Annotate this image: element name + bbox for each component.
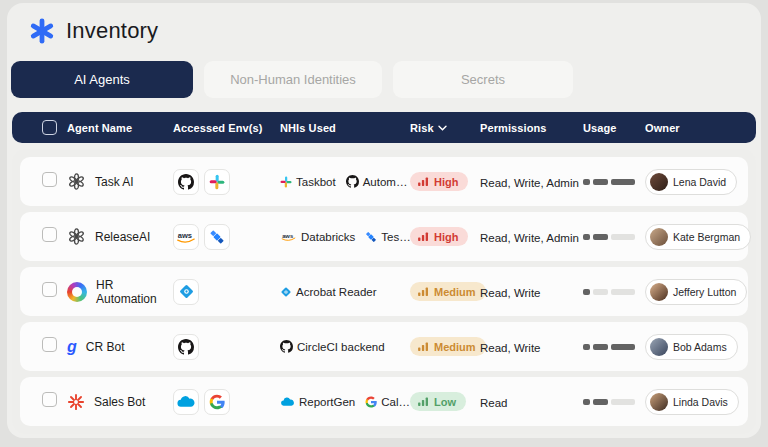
nhi-item: Autom… [346, 175, 408, 188]
usage-bar [593, 289, 608, 295]
nhi-item: Cal… [365, 396, 410, 408]
risk-bars-icon [418, 177, 429, 186]
salesforce-icon [280, 397, 295, 407]
nhis-used: awsDatabricksTes… [280, 231, 410, 243]
nhi-label: ReportGen [299, 396, 355, 408]
risk-bars-icon [418, 287, 429, 296]
blue-diamond-icon [280, 286, 292, 298]
tab-secrets[interactable]: Secrets [393, 61, 573, 98]
env-tile-jira [204, 224, 230, 250]
accessed-envs [173, 389, 280, 415]
asterisk-logo-icon [29, 18, 55, 44]
risk-label: High [434, 231, 458, 243]
agent-name: ReleaseAI [95, 230, 150, 244]
table-body: Task AI TaskbotAutom… High Read, Write, … [12, 149, 756, 434]
nhi-item: Tes… [365, 231, 410, 243]
usage-meter [583, 399, 645, 405]
openai-icon [67, 227, 86, 246]
table-row[interactable]: HR Automation Acrobat Reader Medium Read… [20, 267, 748, 316]
nhi-label: CircleCI backend [297, 341, 385, 353]
row-checkbox[interactable] [42, 172, 57, 187]
svg-text:aws: aws [178, 231, 192, 240]
agent-name: HR Automation [96, 278, 173, 306]
github-icon [280, 340, 293, 353]
risk-bars-icon [418, 342, 429, 351]
owner-name: Linda Davis [673, 396, 728, 408]
inventory-page: Inventory AI Agents Non-Human Identities… [7, 3, 761, 438]
owner-pill: Jeffery Lutton [645, 279, 747, 305]
nhis-used: ReportGenCal… [280, 396, 410, 408]
table-row[interactable]: Task AI TaskbotAutom… High Read, Write, … [20, 157, 748, 206]
table-row[interactable]: g CR Bot CircleCI backend Medium Read, W… [20, 322, 748, 371]
table-row[interactable]: ReleaseAI aws awsDatabricksTes… High Rea… [20, 212, 748, 261]
chevron-down-icon [438, 125, 447, 131]
jira-icon [209, 229, 225, 245]
usage-meter [583, 234, 645, 240]
page-title: Inventory [66, 18, 158, 44]
usage-bar [593, 179, 608, 185]
risk-label: High [434, 176, 458, 188]
env-tile-blue-diamond [173, 279, 199, 305]
risk-badge: Low [410, 392, 466, 411]
owner-name: Jeffery Lutton [673, 286, 736, 298]
env-tile-aws: aws [173, 224, 199, 250]
google-icon [209, 394, 225, 410]
salesforce-icon [176, 395, 196, 409]
nhis-used: TaskbotAutom… [280, 175, 410, 188]
aws-icon: aws [175, 230, 197, 244]
nhi-label: Taskbot [296, 176, 336, 188]
usage-bar [583, 179, 590, 185]
risk-badge: High [410, 172, 468, 191]
usage-meter [583, 289, 645, 295]
usage-meter [583, 344, 645, 350]
slack-icon [280, 176, 292, 188]
owner-pill: Bob Adams [645, 334, 738, 360]
usage-bar [593, 234, 608, 240]
table-header: Agent Name Accessed Env(s) NHIs Used Ris… [12, 112, 756, 143]
col-owner: Owner [645, 122, 756, 134]
col-accessed-envs: Accessed Env(s) [173, 122, 280, 134]
owner-pill: Linda Davis [645, 389, 739, 415]
usage-bar [611, 179, 635, 185]
usage-bar [611, 344, 635, 350]
accessed-envs: aws [173, 224, 280, 250]
table-row[interactable]: Sales Bot ReportGenCal… Low Read Linda D… [20, 377, 748, 426]
row-checkbox[interactable] [42, 392, 57, 407]
row-checkbox[interactable] [42, 282, 57, 297]
permissions: Read [480, 397, 508, 409]
tab-ai-agents[interactable]: AI Agents [11, 61, 193, 98]
select-all-checkbox[interactable] [42, 120, 57, 135]
row-checkbox[interactable] [42, 337, 57, 352]
usage-bar [583, 399, 590, 405]
col-permissions: Permissions [480, 122, 583, 134]
nhi-label: Databricks [301, 231, 355, 243]
nhi-label: Acrobat Reader [296, 286, 377, 298]
env-tile-salesforce [173, 389, 199, 415]
owner-name: Lena David [673, 176, 726, 188]
col-risk-sort[interactable]: Risk [410, 122, 480, 134]
slack-icon [209, 174, 225, 190]
github-icon [178, 174, 194, 190]
col-usage: Usage [583, 122, 645, 134]
risk-badge: Medium [410, 282, 486, 301]
avatar [650, 228, 668, 246]
usage-bar [611, 234, 635, 240]
env-tile-slack [204, 169, 230, 195]
tab-non-human-identities[interactable]: Non-Human Identities [204, 61, 382, 98]
agent-name: Task AI [95, 175, 134, 189]
blue-diamond-icon [178, 283, 195, 300]
row-checkbox[interactable] [42, 227, 57, 242]
aws-icon: aws [280, 231, 297, 242]
col-agent-name: Agent Name [67, 122, 173, 134]
jira-icon [365, 231, 377, 243]
github-icon [178, 339, 194, 355]
owner-pill: Kate Bergman [645, 224, 751, 250]
owner-name: Bob Adams [673, 341, 727, 353]
usage-bar [611, 289, 635, 295]
tab-bar: AI Agents Non-Human Identities Secrets [11, 61, 757, 98]
risk-bars-icon [418, 232, 429, 241]
col-risk-label: Risk [410, 122, 434, 134]
avatar [650, 283, 668, 301]
nhi-label: Cal… [381, 396, 410, 408]
nhi-item: CircleCI backend [280, 340, 385, 353]
